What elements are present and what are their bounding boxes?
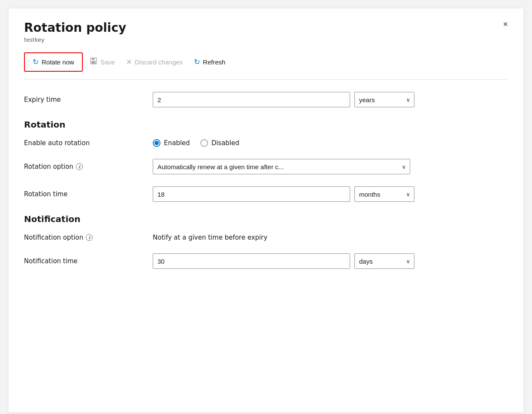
radio-enabled[interactable]: Enabled: [153, 139, 190, 147]
rotation-option-select[interactable]: Automatically renew at a given time afte…: [153, 159, 410, 174]
rotation-section-heading: Rotation: [24, 119, 508, 130]
save-icon: [90, 57, 97, 67]
expiry-time-controls: days months years: [153, 92, 508, 107]
notification-option-info-icon[interactable]: i: [86, 234, 93, 241]
rotation-option-info-icon[interactable]: i: [76, 163, 83, 170]
rotation-time-input[interactable]: [153, 186, 350, 202]
rotation-policy-panel: × Rotation policy testkey ↻ Rotate now S…: [9, 9, 523, 412]
rotation-time-unit-wrapper: days months years: [354, 186, 414, 202]
svg-rect-1: [92, 58, 94, 60]
radio-enabled-input[interactable]: [153, 139, 160, 147]
save-label: Save: [100, 58, 115, 66]
discard-label: Discard changes: [135, 58, 183, 66]
radio-disabled[interactable]: Disabled: [200, 139, 239, 147]
expiry-time-input[interactable]: [153, 92, 350, 107]
rotate-now-wrapper: ↻ Rotate now: [24, 52, 83, 72]
radio-disabled-label: Disabled: [212, 139, 239, 147]
refresh-icon: ↻: [194, 58, 200, 67]
notification-time-label: Notification time: [24, 257, 153, 265]
notification-time-row: Notification time days months years: [24, 253, 508, 269]
notification-option-controls: Notify at a given time before expiry: [153, 234, 508, 241]
notification-section-heading: Notification: [24, 214, 508, 224]
toolbar-divider: [24, 79, 508, 80]
notification-time-controls: days months years: [153, 253, 508, 269]
notification-time-unit-select[interactable]: days months years: [354, 253, 414, 269]
rotation-option-controls: Automatically renew at a given time afte…: [153, 159, 508, 174]
rotation-time-unit-select[interactable]: days months years: [354, 186, 414, 202]
discard-changes-button[interactable]: ✕ Discard changes: [122, 55, 187, 69]
notification-time-input[interactable]: [153, 253, 350, 269]
radio-disabled-input[interactable]: [200, 139, 208, 147]
rotation-option-dropdown-wrapper: Automatically renew at a given time afte…: [153, 159, 410, 174]
refresh-button[interactable]: ↻ Refresh: [190, 55, 230, 69]
rotation-option-row: Rotation option i Automatically renew at…: [24, 159, 508, 174]
auto-rotation-radio-group: Enabled Disabled: [153, 139, 239, 147]
discard-icon: ✕: [126, 58, 132, 66]
rotation-time-controls: days months years: [153, 186, 508, 202]
panel-title: Rotation policy: [24, 21, 508, 35]
toolbar: ↻ Rotate now Save ✕ Discard changes ↻ Re…: [24, 52, 508, 72]
expiry-time-label: Expiry time: [24, 96, 153, 104]
refresh-label: Refresh: [203, 58, 226, 66]
notification-option-label: Notification option i: [24, 234, 153, 241]
notification-time-unit-wrapper: days months years: [354, 253, 414, 269]
panel-subtitle: testkey: [24, 37, 508, 43]
auto-rotation-label: Enable auto rotation: [24, 139, 153, 147]
radio-enabled-label: Enabled: [164, 139, 190, 147]
expiry-time-row: Expiry time days months years: [24, 92, 508, 107]
notification-option-value: Notify at a given time before expiry: [153, 234, 267, 241]
close-button[interactable]: ×: [503, 20, 508, 28]
notification-option-row: Notification option i Notify at a given …: [24, 234, 508, 241]
expiry-time-unit-wrapper: days months years: [354, 92, 414, 107]
svg-rect-2: [91, 61, 96, 64]
rotate-now-button[interactable]: ↻ Rotate now: [28, 55, 79, 69]
rotate-now-label: Rotate now: [42, 58, 74, 66]
rotation-option-label: Rotation option i: [24, 163, 153, 170]
save-button[interactable]: Save: [85, 55, 119, 70]
rotation-time-label: Rotation time: [24, 190, 153, 198]
expiry-time-unit-select[interactable]: days months years: [354, 92, 414, 107]
rotation-time-row: Rotation time days months years: [24, 186, 508, 202]
auto-rotation-row: Enable auto rotation Enabled Disabled: [24, 139, 508, 147]
rotate-now-icon: ↻: [33, 58, 39, 67]
